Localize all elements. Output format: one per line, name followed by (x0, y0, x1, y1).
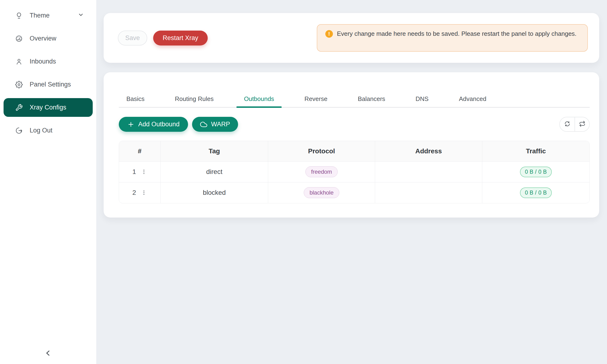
sidebar-item-label: Overview (30, 35, 56, 42)
warp-button[interactable]: WARP (192, 117, 238, 132)
warning-alert-text: Every change made here needs to be saved… (337, 28, 576, 39)
column-header-index: # (119, 141, 160, 161)
column-header-traffic: Traffic (482, 141, 589, 161)
sidebar-item-panel-settings[interactable]: Panel Settings (3, 75, 93, 94)
cloud-icon (200, 121, 207, 128)
row-index: 2 (132, 189, 136, 196)
chevron-down-icon (78, 12, 84, 19)
sidebar-item-label: Log Out (30, 127, 53, 134)
column-header-protocol: Protocol (268, 141, 375, 161)
main-content: Save Restart Xray ! Every change made he… (96, 0, 607, 364)
sidebar-item-inbounds[interactable]: Inbounds (3, 52, 93, 71)
lightbulb-icon (15, 12, 23, 19)
refresh-icon (564, 121, 570, 128)
row-tag: blocked (160, 182, 268, 203)
add-outbound-button[interactable]: Add Outbound (119, 117, 188, 132)
row-address (375, 182, 482, 203)
repeat-button[interactable] (575, 117, 589, 131)
xray-configs-card: Basics Routing Rules Outbounds Reverse B… (104, 72, 599, 218)
sidebar-item-theme[interactable]: Theme (3, 6, 93, 25)
sidebar-item-overview[interactable]: Overview (3, 29, 93, 48)
traffic-badge: 0 B / 0 B (520, 187, 552, 198)
outbounds-table: # Tag Protocol Address Traffic 1 (119, 141, 590, 203)
sidebar-collapse-button[interactable] (0, 349, 96, 358)
gear-icon (15, 81, 23, 88)
column-header-address: Address (375, 141, 482, 161)
tab-reverse[interactable]: Reverse (297, 94, 335, 107)
table-header-row: # Tag Protocol Address Traffic (119, 141, 589, 161)
row-tag: direct (160, 161, 268, 182)
tab-balancers[interactable]: Balancers (350, 94, 393, 107)
protocol-badge: freedom (305, 166, 338, 177)
add-outbound-label: Add Outbound (138, 121, 180, 128)
column-header-tag: Tag (160, 141, 268, 161)
row-menu-kebab-icon[interactable] (141, 169, 147, 175)
sidebar-item-xray-configs[interactable]: Xray Configs (3, 98, 93, 117)
sidebar: Theme Overview Inbounds Panel Settings (0, 0, 96, 364)
row-address (375, 161, 482, 182)
app-window: Theme Overview Inbounds Panel Settings (0, 0, 607, 364)
user-icon (15, 58, 23, 65)
logout-icon (15, 127, 23, 134)
warning-alert: ! Every change made here needs to be sav… (317, 24, 588, 52)
tab-outbounds[interactable]: Outbounds (237, 94, 282, 107)
row-index: 1 (132, 168, 136, 176)
toolbar-card: Save Restart Xray ! Every change made he… (104, 13, 599, 63)
restart-xray-button[interactable]: Restart Xray (153, 31, 208, 46)
sidebar-item-label: Inbounds (30, 58, 56, 65)
protocol-badge: blackhole (304, 187, 339, 198)
sidebar-item-log-out[interactable]: Log Out (3, 121, 93, 140)
sidebar-item-label: Xray Configs (30, 104, 66, 111)
sidebar-item-label: Panel Settings (30, 81, 71, 88)
tab-routing-rules[interactable]: Routing Rules (167, 94, 221, 107)
tab-basics[interactable]: Basics (119, 94, 152, 107)
table-row: 2 blocked blackhole 0 B / 0 B (119, 182, 589, 203)
warning-icon: ! (325, 30, 333, 38)
outbounds-actions-row: Add Outbound WARP (119, 117, 590, 132)
wrench-icon (15, 104, 23, 111)
chevron-left-icon (44, 349, 53, 358)
table-row: 1 direct freedom 0 B / 0 B (119, 161, 589, 182)
tab-bar: Basics Routing Rules Outbounds Reverse B… (119, 94, 590, 108)
table-tools-group (559, 117, 590, 132)
traffic-badge: 0 B / 0 B (520, 167, 552, 177)
plus-icon (127, 121, 134, 128)
row-menu-kebab-icon[interactable] (141, 190, 147, 196)
save-button[interactable]: Save (118, 31, 147, 46)
sidebar-item-label: Theme (30, 12, 50, 19)
tab-dns[interactable]: DNS (408, 94, 436, 107)
repeat-icon (579, 121, 585, 128)
dashboard-icon (15, 35, 23, 42)
warp-label: WARP (211, 121, 230, 128)
tab-advanced[interactable]: Advanced (451, 94, 494, 107)
refresh-button[interactable] (560, 117, 575, 131)
